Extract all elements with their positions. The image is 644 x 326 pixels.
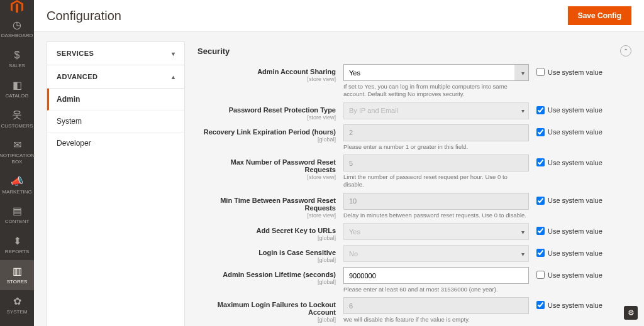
nav-label: SYSTEM	[7, 309, 28, 315]
field-row-case_sensitive: Login is Case Sensitive[global]NoUse sys…	[197, 245, 631, 263]
nav-item-marketing[interactable]: 📣MARKETING	[0, 170, 34, 200]
secret_key-select: Yes	[343, 223, 529, 240]
section-label: ADVANCED	[57, 73, 98, 80]
field-scope: [store view]	[197, 76, 336, 82]
use-system-label[interactable]: Use system value	[548, 227, 602, 235]
nav-label: NOTIFICATION BOX	[0, 153, 35, 165]
field-label: Admin Account Sharing	[197, 68, 336, 75]
field-scope: [store view]	[197, 114, 336, 121]
field-note: Please enter at least 60 and at most 315…	[343, 286, 529, 293]
page-header: Configuration Save Config	[34, 0, 644, 32]
nav-label: DASHBOARD	[1, 33, 33, 39]
field-scope: [store view]	[197, 212, 336, 219]
use-system-label[interactable]: Use system value	[548, 249, 602, 257]
account_sharing-use-system-checkbox[interactable]	[536, 68, 545, 76]
use-system-label[interactable]: Use system value	[548, 302, 602, 309]
nav-item-dashboard[interactable]: ◷DASHBOARD	[0, 14, 34, 44]
session_lifetime-input[interactable]	[343, 267, 529, 284]
case_sensitive-use-system-checkbox[interactable]	[536, 249, 545, 257]
use-system-label[interactable]: Use system value	[548, 159, 602, 166]
nav-icon: ▥	[13, 265, 22, 277]
pwd_reset_type-select: By IP and Email	[343, 102, 529, 119]
field-note: Limit the number of password reset reque…	[343, 173, 529, 189]
config-link-system[interactable]: System	[47, 111, 184, 133]
recovery_link-input	[343, 124, 529, 141]
use-system-label[interactable]: Use system value	[548, 271, 602, 279]
use-system-label[interactable]: Use system value	[548, 68, 602, 76]
min_time-input	[343, 193, 529, 210]
nav-item-find-partners-extensions[interactable]: ◆FIND PARTNERS & EXTENSIONS	[0, 320, 34, 326]
nav-item-stores[interactable]: ▥STORES	[0, 260, 34, 290]
use-system-label[interactable]: Use system value	[548, 106, 602, 114]
field-label: Add Secret Key to URLs	[197, 227, 336, 234]
nav-icon: ✿	[13, 295, 21, 307]
field-row-max_failures: Maximum Login Failures to Lockout Accoun…	[197, 297, 631, 323]
nav-item-customers[interactable]: 웃CUSTOMERS	[0, 104, 34, 134]
pwd_reset_type-use-system-checkbox[interactable]	[536, 106, 545, 114]
config-section-services[interactable]: SERVICES ▾	[47, 42, 184, 65]
field-note: If set to Yes, you can log in from multi…	[343, 83, 529, 99]
recovery_link-use-system-checkbox[interactable]	[536, 128, 545, 136]
chevron-down-icon: ▾	[172, 50, 175, 57]
nav-label: CATALOG	[5, 93, 28, 99]
field-label: Password Reset Protection Type	[197, 106, 336, 114]
field-label: Min Time Between Password Reset Requests	[197, 197, 336, 212]
nav-icon: ▤	[13, 205, 22, 217]
nav-item-sales[interactable]: $SALES	[0, 44, 34, 74]
max_reset-input	[343, 155, 529, 171]
field-note: Please enter a number 1 or greater in th…	[343, 143, 529, 151]
nav-label: REPORTS	[5, 249, 30, 255]
field-scope: [global]	[197, 235, 336, 241]
field-label: Maximum Login Failures to Lockout Accoun…	[197, 301, 336, 316]
nav-item-system[interactable]: ✿SYSTEM	[0, 290, 34, 320]
nav-icon: 웃	[12, 109, 22, 121]
field-note: Delay in minutes between password reset …	[343, 212, 529, 219]
field-note: We will disable this feature if the valu…	[343, 316, 529, 323]
field-scope: [store view]	[197, 174, 336, 180]
field-row-account_sharing: Admin Account Sharing[store view]YesIf s…	[197, 64, 631, 99]
nav-icon: ✉	[13, 139, 21, 151]
admin-sidebar: ◷DASHBOARD$SALES◧CATALOG웃CUSTOMERS✉NOTIF…	[0, 0, 34, 326]
fieldset-title: Security	[197, 46, 230, 56]
config-nav: SERVICES ▾ ADVANCED ▴ Admin System Devel…	[47, 41, 185, 326]
nav-item-content[interactable]: ▤CONTENT	[0, 200, 34, 230]
max_reset-use-system-checkbox[interactable]	[536, 158, 545, 166]
field-row-recovery_link: Recovery Link Expiration Period (hours)[…	[197, 124, 631, 151]
secret_key-use-system-checkbox[interactable]	[536, 227, 545, 235]
nav-item-catalog[interactable]: ◧CATALOG	[0, 74, 34, 104]
field-row-session_lifetime: Admin Session Lifetime (seconds)[global]…	[197, 267, 631, 293]
nav-item-reports[interactable]: ⬍REPORTS	[0, 230, 34, 260]
field-label: Login is Case Sensitive	[197, 249, 336, 256]
config-link-developer[interactable]: Developer	[47, 133, 184, 154]
session_lifetime-use-system-checkbox[interactable]	[536, 271, 545, 279]
nav-label: CONTENT	[5, 219, 30, 225]
use-system-label[interactable]: Use system value	[548, 128, 602, 136]
min_time-use-system-checkbox[interactable]	[536, 197, 545, 205]
case_sensitive-select: No	[343, 245, 529, 262]
nav-icon: ◧	[13, 79, 22, 91]
config-section-advanced[interactable]: ADVANCED ▴	[47, 65, 184, 89]
config-link-admin[interactable]: Admin	[47, 89, 184, 111]
field-row-min_time: Min Time Between Password Reset Requests…	[197, 193, 631, 219]
magento-logo[interactable]	[0, 0, 34, 14]
config-main: Security ⌃ Admin Account Sharing[store v…	[197, 41, 631, 326]
helper-badge[interactable]: ⚙	[624, 306, 638, 320]
nav-icon: $	[14, 49, 20, 61]
nav-label: MARKETING	[2, 189, 32, 195]
field-label: Max Number of Password Reset Requests	[197, 158, 336, 173]
collapse-icon[interactable]: ⌃	[620, 45, 631, 57]
use-system-label[interactable]: Use system value	[548, 197, 602, 204]
section-label: SERVICES	[57, 50, 94, 57]
field-scope: [global]	[197, 257, 336, 263]
nav-item-notification-box[interactable]: ✉NOTIFICATION BOX	[0, 134, 34, 170]
max_failures-use-system-checkbox[interactable]	[536, 301, 545, 309]
field-row-max_reset: Max Number of Password Reset Requests[st…	[197, 155, 631, 189]
nav-icon: ⬍	[13, 235, 21, 247]
chevron-up-icon: ▴	[172, 73, 175, 80]
save-config-button[interactable]: Save Config	[568, 6, 631, 25]
max_failures-input	[343, 297, 529, 314]
account_sharing-select[interactable]: Yes	[343, 64, 529, 81]
nav-label: SALES	[9, 63, 25, 69]
nav-icon: 📣	[11, 175, 23, 187]
field-label: Recovery Link Expiration Period (hours)	[197, 128, 336, 136]
